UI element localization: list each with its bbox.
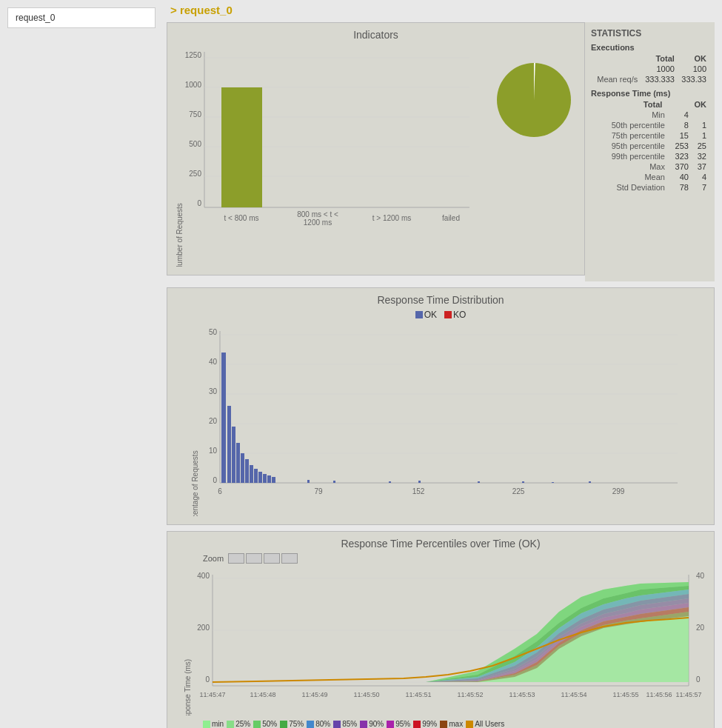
legend-95-label: 95% bbox=[395, 720, 410, 728]
svg-text:225: 225 bbox=[512, 487, 525, 495]
distribution-legend: OK KO bbox=[173, 310, 708, 320]
legend-90: 90% bbox=[360, 720, 384, 728]
legend-75-dot bbox=[280, 721, 287, 728]
response-time-table: Total OK bbox=[591, 99, 709, 110]
executions-label: Executions bbox=[591, 43, 709, 52]
svg-text:11:45:50: 11:45:50 bbox=[353, 691, 379, 698]
zoom-btn-1[interactable] bbox=[228, 553, 244, 564]
sidebar: request_0 bbox=[0, 0, 163, 728]
svg-text:t < 800 ms: t < 800 ms bbox=[224, 214, 259, 222]
legend-75-label: 75% bbox=[289, 720, 304, 728]
table-row: 50th percentile81 bbox=[591, 120, 709, 130]
legend-25-dot bbox=[227, 721, 234, 728]
svg-text:11:45:47: 11:45:47 bbox=[199, 691, 225, 698]
svg-text:400: 400 bbox=[197, 572, 210, 580]
svg-text:800 ms < t <: 800 ms < t < bbox=[297, 210, 338, 218]
svg-text:40: 40 bbox=[696, 572, 705, 580]
percentiles-chart: 400 200 0 40 20 0 bbox=[173, 567, 708, 715]
svg-text:500: 500 bbox=[189, 140, 201, 148]
svg-text:1250: 1250 bbox=[185, 51, 202, 59]
legend-99-dot bbox=[413, 721, 421, 728]
svg-text:40: 40 bbox=[209, 358, 218, 366]
zoom-btn-3[interactable] bbox=[264, 553, 280, 564]
stats-rows: Min450th percentile8175th percentile1519… bbox=[591, 110, 709, 193]
legend-80: 80% bbox=[307, 720, 330, 728]
legend-all-users: All Users bbox=[466, 720, 504, 728]
svg-rect-39 bbox=[245, 459, 249, 483]
main-content: > request_0 Indicators 1250 1000 750 500 bbox=[163, 0, 722, 728]
response-time-label: Response Time (ms) bbox=[591, 89, 709, 98]
percentiles-legend: min 25% 50% 75% bbox=[173, 718, 708, 728]
svg-rect-45 bbox=[272, 477, 275, 483]
svg-text:0: 0 bbox=[197, 199, 201, 207]
zoom-btn-2[interactable] bbox=[246, 553, 262, 564]
svg-rect-51 bbox=[522, 481, 524, 483]
statistics-title: STATISTICS bbox=[591, 28, 709, 39]
svg-text:20: 20 bbox=[209, 417, 218, 425]
svg-text:0: 0 bbox=[213, 476, 217, 484]
svg-rect-41 bbox=[254, 469, 258, 483]
svg-rect-35 bbox=[227, 406, 231, 483]
svg-rect-37 bbox=[236, 443, 240, 483]
statistics-panel: STATISTICS Executions Total OK 1000 100 bbox=[585, 22, 715, 281]
svg-text:Response Time (ms): Response Time (ms) bbox=[184, 659, 192, 715]
svg-text:11:45:52: 11:45:52 bbox=[457, 691, 483, 698]
legend-90-dot bbox=[360, 721, 367, 728]
indicators-chart: 1250 1000 750 500 250 0 bbox=[173, 44, 536, 267]
legend-all-users-label: All Users bbox=[475, 720, 504, 728]
legend-80-dot bbox=[307, 721, 314, 728]
svg-rect-40 bbox=[250, 465, 253, 483]
sidebar-item-request[interactable]: request_0 bbox=[7, 7, 156, 28]
svg-rect-48 bbox=[389, 481, 391, 483]
svg-text:11:45:57: 11:45:57 bbox=[675, 691, 701, 698]
svg-text:Percentage of Requests: Percentage of Requests bbox=[191, 450, 199, 516]
svg-rect-44 bbox=[267, 475, 271, 483]
zoom-controls: Zoom bbox=[173, 553, 708, 564]
legend-95-dot bbox=[387, 721, 394, 728]
legend-80-label: 80% bbox=[315, 720, 330, 728]
legend-85-label: 85% bbox=[342, 720, 357, 728]
legend-ok-label: OK bbox=[424, 310, 437, 320]
svg-text:11:45:53: 11:45:53 bbox=[509, 691, 535, 698]
svg-rect-38 bbox=[241, 453, 244, 483]
legend-ok-dot bbox=[415, 311, 423, 318]
svg-text:299: 299 bbox=[612, 487, 625, 495]
zoom-btn-4[interactable] bbox=[281, 553, 298, 564]
svg-rect-52 bbox=[552, 482, 554, 483]
legend-min: min bbox=[203, 720, 224, 728]
table-row: 95th percentile25325 bbox=[591, 141, 709, 151]
legend-25: 25% bbox=[227, 720, 250, 728]
percentiles-title: Response Time Percentiles over Time (OK) bbox=[173, 538, 708, 550]
legend-50: 50% bbox=[253, 720, 277, 728]
page-title: > request_0 bbox=[167, 4, 715, 16]
svg-text:6: 6 bbox=[218, 487, 222, 495]
svg-rect-47 bbox=[333, 481, 335, 483]
legend-ko: KO bbox=[444, 310, 466, 320]
distribution-chart: 50 40 30 20 10 0 bbox=[173, 324, 708, 516]
svg-text:11:45:51: 11:45:51 bbox=[405, 691, 431, 698]
pie-chart bbox=[493, 59, 575, 141]
legend-75: 75% bbox=[280, 720, 304, 728]
percentiles-panel: Response Time Percentiles over Time (OK)… bbox=[167, 531, 715, 728]
legend-95: 95% bbox=[387, 720, 410, 728]
svg-text:t > 1200 ms: t > 1200 ms bbox=[372, 214, 412, 222]
legend-50-label: 50% bbox=[262, 720, 277, 728]
table-row: 99th percentile32332 bbox=[591, 151, 709, 161]
table-row: 75th percentile151 bbox=[591, 130, 709, 141]
zoom-label: Zoom bbox=[203, 554, 224, 563]
legend-85: 85% bbox=[333, 720, 357, 728]
svg-text:20: 20 bbox=[696, 624, 705, 632]
svg-text:30: 30 bbox=[209, 387, 218, 395]
svg-rect-36 bbox=[232, 427, 235, 483]
svg-text:failed: failed bbox=[442, 214, 460, 222]
indicators-title: Indicators bbox=[173, 29, 578, 41]
legend-50-dot bbox=[253, 721, 261, 728]
table-row: Min4 bbox=[591, 110, 709, 120]
svg-text:11:45:48: 11:45:48 bbox=[250, 691, 275, 698]
svg-text:0: 0 bbox=[205, 675, 210, 684]
svg-text:200: 200 bbox=[197, 624, 210, 632]
legend-ko-dot bbox=[444, 311, 452, 318]
svg-text:50: 50 bbox=[209, 328, 218, 336]
svg-rect-43 bbox=[263, 474, 267, 483]
table-row: Std Deviation787 bbox=[591, 182, 709, 193]
